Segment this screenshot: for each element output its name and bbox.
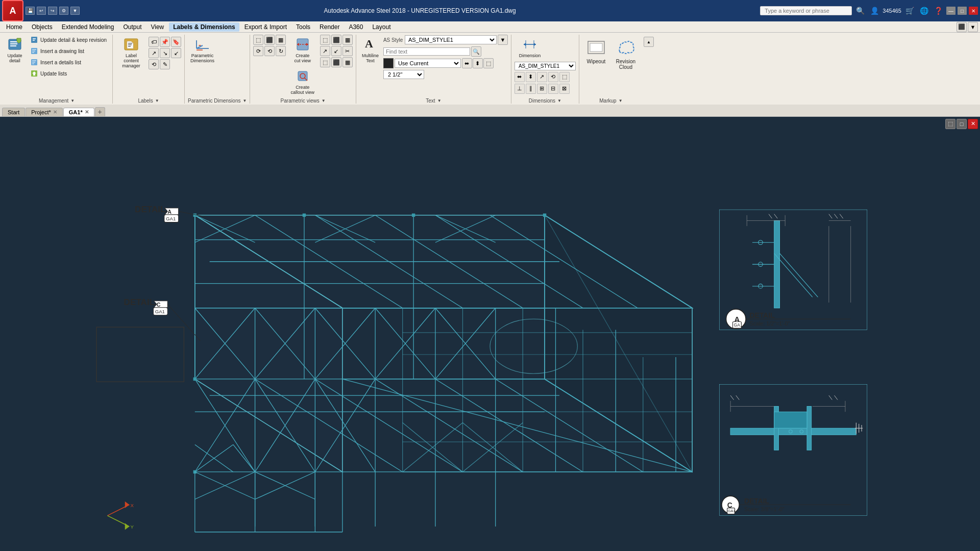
minimize-btn[interactable]: —	[946, 7, 955, 15]
insert-details-list-button[interactable]: Insert a details list	[28, 57, 109, 67]
menu-home[interactable]: Home	[2, 22, 27, 32]
create-cut-view-button[interactable]: Createcut view	[288, 35, 317, 65]
find-text-input[interactable]	[383, 47, 470, 56]
text-dropdown-arrow[interactable]: ▼	[437, 98, 442, 103]
label-icon-6[interactable]: ↙	[171, 48, 181, 58]
doc-tab-project[interactable]: Project* ✕	[26, 108, 63, 116]
view-icon-3[interactable]: ▦	[276, 35, 286, 45]
canvas-restore-btn[interactable]: ⬚	[945, 119, 955, 129]
doc-tab-start[interactable]: Start	[2, 108, 25, 116]
dim-icon-1[interactable]: ⬌	[514, 72, 525, 82]
view-icon-2[interactable]: ⬛	[264, 35, 275, 45]
pv-icon-6[interactable]: ✂	[342, 46, 353, 56]
menu-view[interactable]: View	[146, 22, 168, 32]
dim-icon-10[interactable]: ⊠	[559, 84, 570, 94]
pv-icon-2[interactable]: ⬛	[331, 35, 341, 45]
search-icon[interactable]: 🔍	[854, 5, 866, 17]
pv-icon-9[interactable]: ▦	[342, 57, 353, 67]
qa-undo[interactable]: ↩	[37, 7, 46, 15]
view-icon-4[interactable]: ⟳	[253, 46, 263, 56]
menu-layout[interactable]: Layout	[368, 22, 395, 32]
label-icon-2[interactable]: 📌	[160, 37, 170, 47]
color-swatch[interactable]	[383, 58, 394, 68]
qa-dropdown[interactable]: ▼	[70, 7, 80, 15]
doc-tab-add-btn[interactable]: +	[95, 107, 105, 116]
dim-icon-2[interactable]: ⬍	[526, 72, 536, 82]
view-icon-5[interactable]: ⟲	[264, 46, 275, 56]
qa-redo[interactable]: ↪	[48, 7, 57, 15]
view-icon-1[interactable]: ⬚	[253, 35, 263, 45]
dimensions-dropdown-arrow[interactable]: ▼	[557, 98, 561, 103]
pv-icon-3[interactable]: ▦	[342, 35, 353, 45]
doc-tab-project-close[interactable]: ✕	[53, 109, 57, 115]
dim-icon-9[interactable]: ⊟	[548, 84, 558, 94]
insert-drawing-list-button[interactable]: Insert a drawing list	[28, 46, 109, 56]
label-content-manager-button[interactable]: Label contentmanager	[116, 35, 146, 70]
label-icon-3[interactable]: 🔖	[171, 37, 181, 47]
spacing-icon-1[interactable]: ⬌	[462, 58, 472, 68]
management-dropdown-arrow[interactable]: ▼	[70, 98, 75, 103]
label-icon-8[interactable]: ✎	[160, 59, 170, 69]
pv-icon-4[interactable]: ↗	[320, 46, 330, 56]
pv-icon-5[interactable]: ↙	[331, 46, 341, 56]
app-logo[interactable]: A	[2, 0, 23, 21]
menu-tools[interactable]: Tools	[292, 22, 314, 32]
network-icon[interactable]: 🌐	[918, 5, 930, 17]
label-icon-5[interactable]: ↘	[160, 48, 170, 58]
qa-save[interactable]: 💾	[26, 7, 35, 15]
doc-tab-ga1[interactable]: GA1* ✕	[63, 108, 94, 116]
panel-dropdown[interactable]: ▼	[968, 22, 978, 32]
update-detail-button[interactable]: Updatedetail	[4, 35, 26, 65]
find-text-search-btn[interactable]: 🔍	[471, 46, 481, 57]
dim-icon-5[interactable]: ⬚	[559, 72, 570, 82]
dim-icon-3[interactable]: ↗	[537, 72, 547, 82]
doc-tab-ga1-close[interactable]: ✕	[85, 109, 89, 115]
label-icon-4[interactable]: ↗	[149, 48, 159, 58]
dim-icon-7[interactable]: ∥	[526, 84, 536, 94]
menu-labels-dimensions[interactable]: Labels & Dimensions	[169, 22, 239, 32]
ribbon-collapse-btn[interactable]: ▲	[644, 37, 654, 47]
cart-icon[interactable]: 🛒	[903, 5, 916, 17]
param-dims-dropdown[interactable]: ▼	[242, 98, 247, 103]
dimension-button[interactable]: Dimension	[514, 35, 545, 60]
as-style-dropdown-btn[interactable]: ▼	[498, 35, 508, 45]
use-current-select[interactable]: Use Current	[395, 59, 461, 68]
dim-icon-6[interactable]: ⊥	[514, 84, 525, 94]
cad-area[interactable]: ⬚ □ ✕	[0, 117, 980, 551]
view-icon-6[interactable]: ↻	[276, 46, 286, 56]
parametric-dimensions-button[interactable]: ⬌ ParametricDimensions	[188, 35, 217, 65]
menu-export-import[interactable]: Export & Import	[240, 22, 291, 32]
wipeout-button[interactable]: Wipeout	[582, 35, 610, 67]
spacing-icon-2[interactable]: ⬍	[473, 58, 483, 68]
create-callout-view-button[interactable]: Createcallout view	[288, 66, 317, 97]
pv-icon-8[interactable]: ⬛	[331, 57, 341, 67]
search-input[interactable]	[760, 6, 852, 15]
revision-cloud-button[interactable]: RevisionCloud	[612, 35, 640, 72]
help-icon[interactable]: ❓	[932, 5, 944, 17]
panel-toggle[interactable]: ⬛	[957, 22, 967, 32]
text-size-select[interactable]: 2 1/2"	[383, 70, 424, 79]
update-lists-button[interactable]: Update lists	[28, 68, 109, 79]
markup-dropdown-arrow[interactable]: ▼	[619, 98, 623, 103]
param-views-dropdown[interactable]: ▼	[322, 98, 326, 103]
label-icon-7[interactable]: ⟲	[149, 59, 159, 69]
menu-render[interactable]: Render	[315, 22, 344, 32]
menu-output[interactable]: Output	[119, 22, 145, 32]
update-detail-keep-button[interactable]: Update detail & keep revision	[28, 35, 109, 45]
pv-icon-1[interactable]: ⬚	[320, 35, 330, 45]
label-icon-1[interactable]: 🏷	[149, 37, 159, 47]
maximize-btn[interactable]: □	[958, 7, 967, 15]
spacing-icon-3[interactable]: ⬚	[483, 58, 494, 68]
labels-dropdown-arrow[interactable]: ▼	[155, 98, 159, 103]
dim-style-select[interactable]: AS_DIM_STYLE1	[514, 62, 576, 70]
dim-icon-8[interactable]: ⊞	[537, 84, 547, 94]
menu-objects[interactable]: Objects	[28, 22, 57, 32]
pv-icon-7[interactable]: ⬚	[320, 57, 330, 67]
menu-extended-modeling[interactable]: Extended Modeling	[58, 22, 118, 32]
canvas-close-btn[interactable]: ✕	[968, 119, 978, 129]
dim-icon-4[interactable]: ⟲	[548, 72, 558, 82]
menu-a360[interactable]: A360	[345, 22, 367, 32]
qa-settings[interactable]: ⚙	[59, 7, 68, 15]
as-style-select[interactable]: AS_DIM_STYLE1	[405, 35, 497, 44]
close-btn[interactable]: ✕	[969, 7, 978, 15]
